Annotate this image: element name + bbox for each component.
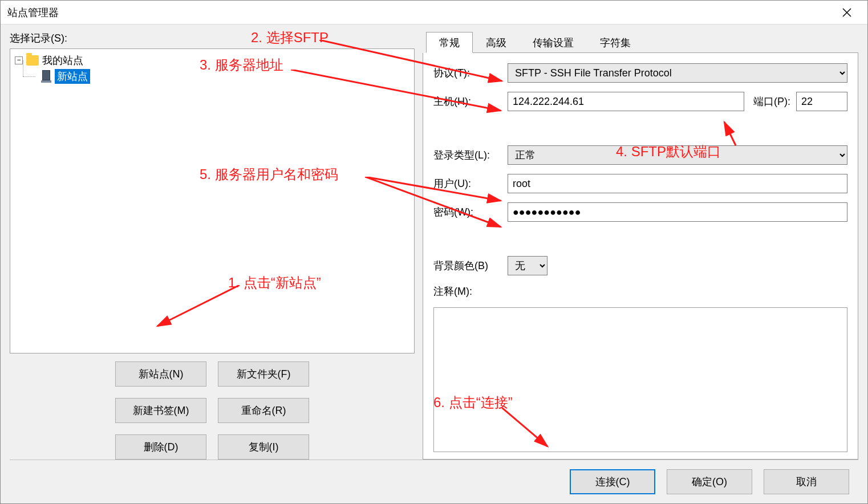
server-icon: [41, 70, 51, 83]
folder-icon: [26, 55, 39, 66]
login-type-label: 登录类型(L):: [433, 148, 502, 162]
close-icon: [842, 8, 851, 17]
new-site-button[interactable]: 新站点(N): [115, 361, 206, 387]
new-bookmark-button[interactable]: 新建书签(M): [115, 398, 206, 423]
close-button[interactable]: [833, 1, 861, 24]
new-folder-button[interactable]: 新文件夹(F): [218, 361, 309, 387]
row-user: 用户(U):: [433, 174, 847, 193]
connect-button[interactable]: 连接(C): [570, 469, 655, 494]
delete-button[interactable]: 删除(D): [115, 434, 206, 460]
bgcolor-select[interactable]: 无: [508, 256, 547, 275]
select-record-label: 选择记录(S):: [10, 31, 415, 45]
site-manager-window: 站点管理器 选择记录(S): − 我的站点 新站点: [0, 0, 868, 504]
login-type-select[interactable]: 正常: [508, 145, 847, 165]
tree-root-label: 我的站点: [42, 54, 83, 67]
tab-charset[interactable]: 字符集: [587, 32, 644, 53]
row-login-type: 登录类型(L): 正常: [433, 145, 847, 165]
password-input[interactable]: [508, 202, 847, 222]
row-protocol: 协议(T): SFTP - SSH File Transfer Protocol: [433, 63, 847, 83]
window-title: 站点管理器: [7, 6, 59, 19]
left-panel: 选择记录(S): − 我的站点 新站点 新站点(N) 新文件夹(F) 新建: [10, 31, 415, 460]
titlebar: 站点管理器: [1, 1, 867, 25]
row-host-port: 主机(H): 端口(P):: [433, 92, 847, 111]
tabs: 常规 高级 传输设置 字符集: [426, 31, 858, 53]
main: 选择记录(S): − 我的站点 新站点 新站点(N) 新文件夹(F) 新建: [10, 31, 858, 460]
tree-root-my-sites[interactable]: − 我的站点: [13, 52, 412, 68]
row-password: 密码(W):: [433, 202, 847, 222]
left-buttons: 新站点(N) 新文件夹(F) 新建书签(M) 重命名(R) 删除(D) 复制(I…: [10, 361, 415, 460]
collapse-icon[interactable]: −: [15, 56, 23, 64]
port-label: 端口(P):: [753, 95, 790, 108]
user-input[interactable]: [508, 174, 847, 193]
password-label: 密码(W):: [433, 205, 502, 219]
tab-general[interactable]: 常规: [426, 32, 473, 53]
site-tree[interactable]: − 我的站点 新站点: [10, 48, 415, 353]
footer: 连接(C) 确定(O) 取消: [10, 460, 858, 503]
tab-content-general: 协议(T): SFTP - SSH File Transfer Protocol…: [423, 53, 858, 460]
user-label: 用户(U):: [433, 177, 502, 190]
notes-textarea[interactable]: [433, 307, 847, 452]
tab-transfer[interactable]: 传输设置: [520, 32, 587, 53]
tab-advanced[interactable]: 高级: [473, 32, 520, 53]
ok-button[interactable]: 确定(O): [667, 469, 752, 494]
tree-node-new-site[interactable]: 新站点: [39, 68, 412, 84]
protocol-select[interactable]: SFTP - SSH File Transfer Protocol: [508, 63, 847, 83]
tree-node-label: 新站点: [55, 69, 90, 84]
body: 选择记录(S): − 我的站点 新站点 新站点(N) 新文件夹(F) 新建: [1, 25, 867, 503]
port-input[interactable]: [796, 92, 847, 111]
cancel-button[interactable]: 取消: [764, 469, 849, 494]
copy-button[interactable]: 复制(I): [218, 434, 309, 460]
right-panel: 常规 高级 传输设置 字符集 协议(T): SFTP - SSH File Tr…: [423, 31, 858, 460]
host-label: 主机(H):: [433, 95, 502, 108]
rename-button[interactable]: 重命名(R): [218, 398, 309, 423]
protocol-label: 协议(T):: [433, 66, 502, 80]
notes-label: 注释(M):: [433, 284, 847, 298]
bgcolor-label: 背景颜色(B): [433, 259, 502, 273]
host-input[interactable]: [508, 92, 744, 111]
row-bgcolor: 背景颜色(B) 无: [433, 256, 847, 275]
